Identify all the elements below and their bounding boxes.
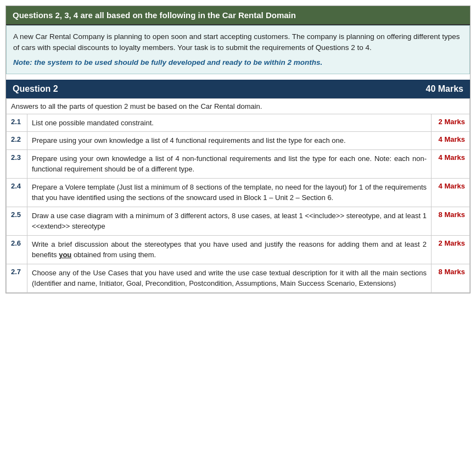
row-marks-2-6: 2 Marks	[432, 235, 470, 264]
row-marks-2-4: 4 Marks	[432, 178, 470, 207]
underline-you: you	[59, 251, 71, 259]
spacer	[6, 74, 470, 80]
intro-row: Answers to all the parts of question 2 m…	[7, 98, 470, 114]
context-body: A new Car Rental Company is planning to …	[13, 31, 463, 54]
row-marks-2-5: 8 Marks	[432, 207, 470, 235]
row-num-2-2: 2.2	[7, 132, 27, 150]
row-num-2-4: 2.4	[7, 178, 27, 207]
question-header: Question 2 40 Marks	[6, 80, 470, 98]
table-row: 2.5 Draw a use case diagram with a minim…	[7, 207, 470, 235]
main-container: Questions 2, 3, 4 are all based on the f…	[5, 5, 471, 293]
top-banner-text: Questions 2, 3, 4 are all based on the f…	[13, 10, 296, 20]
question-title: Question 2	[13, 84, 58, 94]
table-row: 2.6 Write a brief discussion about the s…	[7, 235, 470, 264]
row-marks-2-2: 4 Marks	[432, 132, 470, 150]
row-text-2-1: List one possible mandated constraint.	[27, 114, 432, 132]
row-marks-2-1: 2 Marks	[432, 114, 470, 132]
intro-text: Answers to all the parts of question 2 m…	[7, 98, 470, 114]
question-table: Answers to all the parts of question 2 m…	[6, 98, 470, 293]
row-text-2-3: Prepare using your own knowledge a list …	[27, 149, 432, 178]
table-row: 2.2 Prepare using your own knowledge a l…	[7, 132, 470, 150]
row-marks-2-7: 8 Marks	[432, 264, 470, 292]
table-row: 2.1 List one possible mandated constrain…	[7, 114, 470, 132]
table-row: 2.7 Choose any of the Use Cases that you…	[7, 264, 470, 292]
context-note: Note: the system to be used should be fu…	[13, 57, 463, 68]
row-marks-2-3: 4 Marks	[432, 149, 470, 178]
row-text-2-6: Write a brief discussion about the stere…	[27, 235, 432, 264]
row-num-2-3: 2.3	[7, 149, 27, 178]
row-text-2-2: Prepare using your own knowledge a list …	[27, 132, 432, 150]
row-text-2-4: Prepare a Volere template (Just list a m…	[27, 178, 432, 207]
top-banner: Questions 2, 3, 4 are all based on the f…	[6, 6, 470, 25]
row-num-2-7: 2.7	[7, 264, 27, 292]
question-marks-total: 40 Marks	[426, 84, 464, 94]
row-text-2-5: Draw a use case diagram with a minimum o…	[27, 207, 432, 235]
row-text-2-7: Choose any of the Use Cases that you hav…	[27, 264, 432, 292]
row-num-2-1: 2.1	[7, 114, 27, 132]
context-box: A new Car Rental Company is planning to …	[6, 25, 470, 74]
table-row: 2.3 Prepare using your own knowledge a l…	[7, 149, 470, 178]
row-num-2-6: 2.6	[7, 235, 27, 264]
table-row: 2.4 Prepare a Volere template (Just list…	[7, 178, 470, 207]
row-num-2-5: 2.5	[7, 207, 27, 235]
